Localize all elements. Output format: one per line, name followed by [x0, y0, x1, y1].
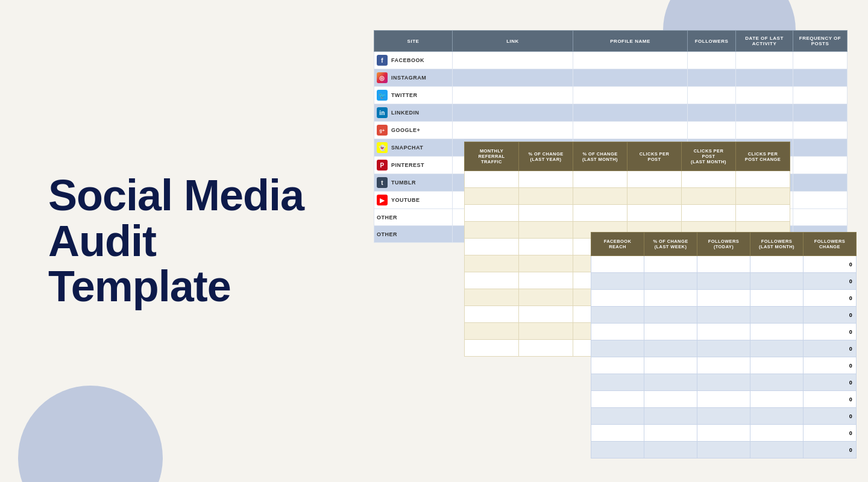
header-pct-change-year: % OF CHANGE(LAST YEAR) [519, 142, 573, 171]
followers-cell [688, 69, 736, 87]
header-clicks-per-post-last-month: CLICKS PERPOST(LAST MONTH) [682, 142, 736, 171]
site-cell-pinterest: P PINTEREST [374, 157, 453, 174]
followers-cell [688, 87, 736, 104]
date-cell [736, 52, 793, 69]
profile-cell [573, 122, 688, 139]
header-frequency: FREQUENCY OF POSTS [793, 31, 848, 52]
linkedin-icon: in [377, 107, 388, 118]
freq-cell [793, 87, 848, 104]
header-monthly-referral: MONTHLYREFERRALTRAFFIC [465, 142, 519, 171]
followers-cell [688, 104, 736, 122]
table-row: 0 [591, 340, 857, 357]
profile-cell [573, 52, 688, 69]
link-cell [453, 87, 573, 104]
table-row [465, 205, 790, 222]
table-row: 0 [591, 391, 857, 408]
page-title: Social Media Audit Template [48, 173, 350, 310]
facebook-reach-table: FACEBOOKREACH % OF CHANGE(LAST WEEK) FOL… [591, 232, 857, 459]
site-cell-other2: OTHER [374, 226, 453, 243]
freq-cell [793, 104, 848, 122]
table-row: 0 [591, 408, 857, 425]
instagram-icon: ◎ [377, 72, 388, 83]
header-site: SITE [374, 31, 453, 52]
link-cell [453, 69, 573, 87]
table-row: in LINKEDIN [374, 104, 848, 122]
header-clicks-per-post: CLICKS PERPOST [627, 142, 682, 171]
freq-cell [793, 209, 848, 226]
freq-cell [793, 69, 848, 87]
referral-header-row: MONTHLYREFERRALTRAFFIC % OF CHANGE(LAST … [465, 142, 790, 171]
table-row: 0 [591, 256, 857, 273]
site-cell-googleplus: g+ GOOGLE+ [374, 122, 453, 139]
overlay-table-facebook-reach: FACEBOOKREACH % OF CHANGE(LAST WEEK) FOL… [591, 232, 857, 459]
date-cell [736, 87, 793, 104]
header-date: DATE OF LAST ACTIVITY [736, 31, 793, 52]
table-row [465, 171, 790, 188]
googleplus-icon: g+ [377, 125, 388, 136]
freq-cell [793, 157, 848, 174]
table-row: 0 [591, 307, 857, 324]
link-cell [453, 104, 573, 122]
header-link: LINK [453, 31, 573, 52]
site-cell-facebook: f FACEBOOK [374, 52, 453, 69]
table-row [465, 188, 790, 205]
header-followers-last-month: FOLLOWERS(LAST MONTH) [750, 233, 804, 256]
header-facebook-reach: FACEBOOKREACH [591, 233, 644, 256]
table-row: g+ GOOGLE+ [374, 122, 848, 139]
facebook-reach-body: 0 0 0 0 0 [591, 256, 857, 459]
pinterest-icon: P [377, 160, 388, 171]
freq-cell [793, 174, 848, 192]
site-cell-instagram: ◎ INSTAGRAM [374, 69, 453, 87]
link-cell [453, 52, 573, 69]
header-followers-today: FOLLOWERS(TODAY) [697, 233, 750, 256]
date-cell [736, 104, 793, 122]
table-row: 0 [591, 357, 857, 374]
table-header-row: SITE LINK PROFILE NAME FOLLOWERS DATE OF… [374, 31, 848, 52]
date-cell [736, 122, 793, 139]
site-cell-twitter: 🐦 TWITTER [374, 87, 453, 104]
table-row: 0 [591, 442, 857, 459]
title-section: Social Media Audit Template [48, 173, 350, 310]
table-row: 🐦 TWITTER [374, 87, 848, 104]
decorative-circle-bottom [18, 386, 163, 482]
table-row: 0 [591, 374, 857, 391]
freq-cell [793, 52, 848, 69]
profile-cell [573, 69, 688, 87]
twitter-icon: 🐦 [377, 90, 388, 101]
site-cell-snapchat: 👻 SNAPCHAT [374, 139, 453, 157]
table-row: 0 [591, 273, 857, 290]
header-pct-change-last-week: % OF CHANGE(LAST WEEK) [644, 233, 697, 256]
header-profile: PROFILE NAME [573, 31, 688, 52]
table-row: 0 [591, 425, 857, 442]
profile-cell [573, 87, 688, 104]
header-pct-change-month: % OF CHANGE(LAST MONTH) [573, 142, 627, 171]
tumblr-icon: t [377, 177, 388, 188]
freq-cell [793, 122, 848, 139]
table-row: ◎ INSTAGRAM [374, 69, 848, 87]
link-cell [453, 122, 573, 139]
site-cell-youtube: ▶ YOUTUBE [374, 192, 453, 209]
spreadsheet-container: SITE LINK PROFILE NAME FOLLOWERS DATE OF… [374, 30, 868, 470]
table-row: 0 [591, 324, 857, 340]
site-cell-other1: OTHER [374, 209, 453, 226]
freq-cell [793, 192, 848, 209]
facebook-reach-header-row: FACEBOOKREACH % OF CHANGE(LAST WEEK) FOL… [591, 233, 857, 256]
date-cell [736, 69, 793, 87]
table-row: f FACEBOOK [374, 52, 848, 69]
snapchat-icon: 👻 [377, 142, 388, 153]
followers-cell [688, 52, 736, 69]
table-row: 0 [591, 290, 857, 307]
header-followers-change: FOLLOWERSCHANGE [804, 233, 857, 256]
profile-cell [573, 104, 688, 122]
facebook-icon: f [377, 55, 388, 66]
youtube-icon: ▶ [377, 195, 388, 205]
followers-cell [688, 122, 736, 139]
header-clicks-per-post-change: CLICKS PERPOST CHANGE [736, 142, 790, 171]
site-cell-linkedin: in LINKEDIN [374, 104, 453, 122]
header-followers: FOLLOWERS [688, 31, 736, 52]
site-cell-tumblr: t TUMBLR [374, 174, 453, 192]
freq-cell [793, 139, 848, 157]
